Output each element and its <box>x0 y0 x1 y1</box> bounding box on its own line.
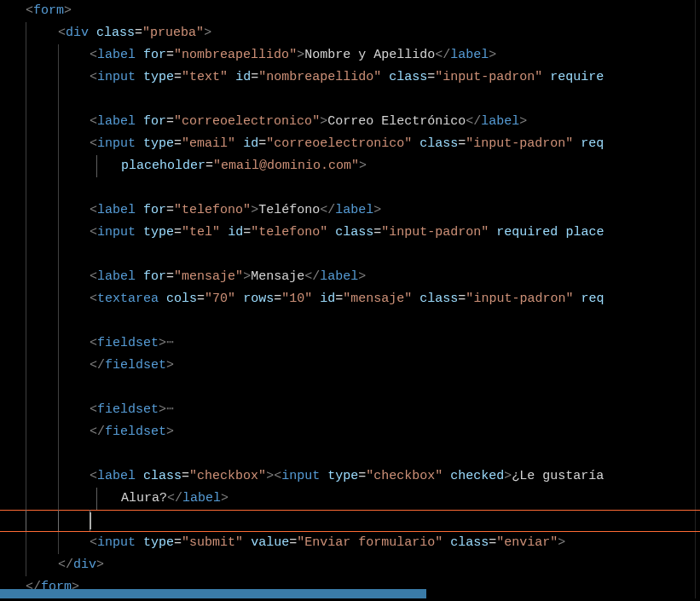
code-line[interactable] <box>0 244 700 266</box>
active-line-border-top <box>0 510 700 511</box>
code-line[interactable] <box>0 443 700 465</box>
code-line-wrapped[interactable]: placeholder="email@dominio.com"> <box>0 155 700 177</box>
code-line[interactable]: <label for="nombreapellido">Nombre y Ape… <box>0 44 700 66</box>
code-line[interactable]: <input type="tel" id="telefono" class="i… <box>0 222 700 244</box>
fold-marker-icon[interactable]: ⋯ <box>166 402 174 417</box>
code-line[interactable]: <fieldset>⋯ <box>0 399 700 421</box>
cursor-icon <box>90 512 91 529</box>
code-line[interactable]: </fieldset> <box>0 355 700 377</box>
code-line[interactable]: <div class="prueba"> <box>0 22 700 44</box>
code-editor[interactable]: <form> <div class="prueba"> <label for="… <box>0 0 700 598</box>
code-line[interactable]: <input type="submit" value="Enviar formu… <box>0 532 700 554</box>
code-line[interactable]: <input type="text" id="nombreapellido" c… <box>0 66 700 89</box>
code-line[interactable]: <textarea cols="70" rows="10" id="mensaj… <box>0 288 700 310</box>
code-line[interactable]: <form> <box>0 0 700 22</box>
code-line[interactable]: <label class="checkbox"><input type="che… <box>0 465 700 488</box>
horizontal-scrollbar[interactable] <box>0 589 426 598</box>
code-line[interactable] <box>0 89 700 111</box>
code-line[interactable]: <label for="mensaje">Mensaje</label> <box>0 266 700 288</box>
code-line[interactable]: <input type="email" id="correoelectronic… <box>0 133 700 155</box>
code-line[interactable] <box>0 377 700 399</box>
code-line[interactable]: </div> <box>0 554 700 576</box>
code-line[interactable]: <label for="telefono">Teléfono</label> <box>0 199 700 222</box>
fold-marker-icon[interactable]: ⋯ <box>166 336 174 350</box>
code-line-wrapped[interactable]: Alura?</label> <box>0 488 700 510</box>
code-line[interactable]: </fieldset> <box>0 421 700 443</box>
code-line[interactable]: <label for="correoelectronico">Correo El… <box>0 111 700 133</box>
code-line[interactable] <box>0 177 700 199</box>
code-line[interactable]: <fieldset>⋯ <box>0 332 700 355</box>
code-line-active[interactable] <box>0 510 700 532</box>
code-line[interactable] <box>0 310 700 332</box>
